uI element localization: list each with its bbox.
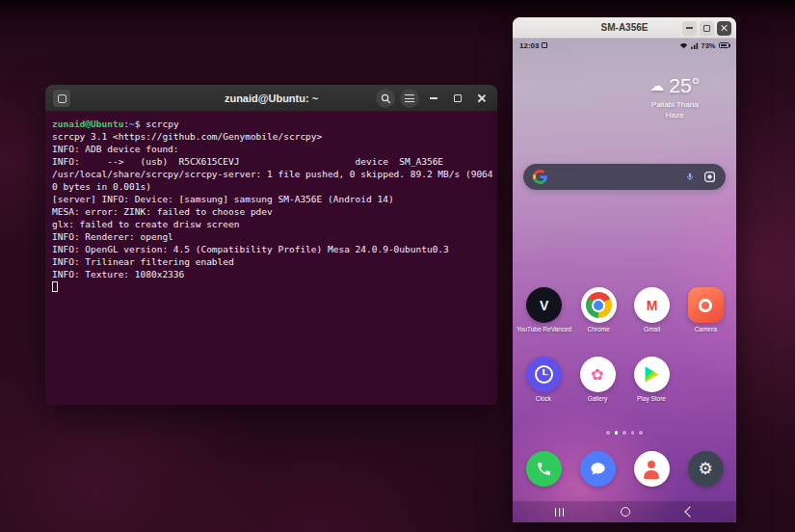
terminal-line: /usr/local/share/scrcpy/scrcpy-server: 1… xyxy=(52,168,490,180)
google-g-icon xyxy=(533,170,547,184)
clock-tile xyxy=(526,357,562,392)
terminal-line: 0 bytes in 0.001s) xyxy=(52,180,490,193)
terminal-cursor-line xyxy=(52,280,490,293)
contacts-icon xyxy=(642,460,661,479)
scrcpy-window-controls xyxy=(682,21,731,36)
close-button[interactable] xyxy=(472,89,491,108)
gmail-tile: M xyxy=(634,287,670,323)
app-label: Play Store xyxy=(637,395,666,402)
app-label: YouTube ReVanced xyxy=(517,326,571,332)
chrome-icon xyxy=(586,292,612,318)
app-label: Gmail xyxy=(644,326,660,332)
clock-icon xyxy=(535,365,553,384)
page-dot[interactable] xyxy=(615,431,619,435)
search-button[interactable] xyxy=(376,89,395,108)
page-dot[interactable] xyxy=(639,431,643,435)
gallery-icon: ✿ xyxy=(591,367,603,383)
scrcpy-window: SM-A356E 12:03 xyxy=(513,17,736,522)
youtube-revanced-icon: V xyxy=(540,298,548,313)
cloud-icon: ☁ xyxy=(649,78,664,93)
weather-temp-row: ☁ 25° xyxy=(613,75,736,95)
recents-button[interactable] xyxy=(555,508,564,517)
app-gallery[interactable]: ✿Gallery xyxy=(570,357,624,402)
terminal-line: INFO: OpenGL version: 4.5 (Compatibility… xyxy=(52,243,490,255)
app-label: Camera xyxy=(695,326,717,332)
contacts-tile xyxy=(634,451,670,487)
close-button[interactable] xyxy=(717,21,731,36)
minimize-button[interactable] xyxy=(682,21,697,36)
status-right: 73% xyxy=(679,41,729,50)
page-indicator xyxy=(513,431,736,435)
app-contacts[interactable] xyxy=(624,451,678,487)
youtube-revanced-tile: V xyxy=(526,287,562,323)
home-button[interactable] xyxy=(621,507,630,517)
app-chrome[interactable]: Chrome xyxy=(571,287,625,332)
prompt-user: zunaid@Ubuntu xyxy=(52,119,123,129)
status-left: 12:03 xyxy=(519,41,547,50)
app-label: Clock xyxy=(536,395,551,402)
messages-tile xyxy=(580,451,616,487)
phone-icon xyxy=(536,461,552,477)
app-gmail[interactable]: MGmail xyxy=(625,287,679,332)
menu-button[interactable] xyxy=(400,89,419,108)
terminal-line: [server] INFO: Device: [samsung] samsung… xyxy=(52,193,490,205)
page-dot[interactable] xyxy=(631,431,635,435)
terminal-line: scrcpy 3.1 <https://github.com/Genymobil… xyxy=(52,130,490,143)
gmail-icon: M xyxy=(647,298,658,313)
navigation-bar xyxy=(513,501,736,522)
prompt-command: scrcpy xyxy=(146,119,178,129)
app-youtube-revanced[interactable]: VYouTube ReVanced xyxy=(517,287,571,332)
app-messages[interactable] xyxy=(570,451,624,487)
maximize-button[interactable] xyxy=(448,89,467,108)
app-settings[interactable]: ⚙ xyxy=(678,451,732,487)
phone-tile xyxy=(526,451,562,487)
app-clock[interactable]: Clock xyxy=(517,357,570,402)
hamburger-icon xyxy=(405,94,414,102)
maximize-button[interactable] xyxy=(700,21,714,36)
desktop-background: zunaid@Ubuntu: ~ xyxy=(0,0,795,532)
app-label: Gallery xyxy=(588,395,608,402)
phone-screen[interactable]: 12:03 73% ☁ xyxy=(513,39,736,522)
battery-percent: 73% xyxy=(701,41,715,50)
terminal-titlebar[interactable]: zunaid@Ubuntu: ~ xyxy=(45,85,497,112)
app-camera[interactable]: Camera xyxy=(678,287,732,332)
battery-icon xyxy=(719,42,729,48)
prompt-dollar: $ xyxy=(135,119,146,129)
lens-icon[interactable] xyxy=(703,171,716,183)
app-play-store[interactable]: Play Store xyxy=(624,357,678,402)
terminal-line: INFO: Texture: 1080x2336 xyxy=(52,268,490,280)
mic-icon[interactable] xyxy=(685,171,695,183)
terminal-line: INFO: Renderer: opengl xyxy=(52,230,490,243)
terminal-line: INFO: ADB device found: xyxy=(52,143,490,155)
scrcpy-titlebar[interactable]: SM-A356E xyxy=(513,17,736,39)
new-tab-button[interactable] xyxy=(53,90,70,107)
play-store-tile xyxy=(634,357,670,392)
chrome-tile xyxy=(581,287,617,323)
google-search-bar[interactable] xyxy=(523,164,726,190)
phone-status-bar: 12:03 73% xyxy=(513,39,736,52)
terminal-line: INFO: Trilinear filtering enabled xyxy=(52,255,490,268)
page-dot[interactable] xyxy=(623,431,626,435)
app-phone[interactable] xyxy=(517,451,570,487)
terminal-line: INFO: --> (usb) R5CX615CEVJ device SM_A3… xyxy=(52,155,490,168)
settings-tile: ⚙ xyxy=(688,451,724,487)
maximize-icon xyxy=(454,94,462,102)
close-icon xyxy=(477,93,487,103)
dock: ⚙ xyxy=(517,451,732,487)
app-row-1: VYouTube ReVancedChromeMGmailCamera xyxy=(517,287,732,332)
notification-icon xyxy=(542,42,547,48)
close-icon xyxy=(721,24,729,32)
minimize-button[interactable] xyxy=(424,89,443,108)
minimize-icon xyxy=(430,97,437,99)
terminal-cursor xyxy=(52,281,58,292)
terminal-line: MESA: error: ZINK: failed to choose pdev xyxy=(52,205,490,218)
terminal-output[interactable]: zunaid@Ubuntu:~$ scrcpyscrcpy 3.1 <https… xyxy=(45,112,497,405)
camera-tile xyxy=(688,287,724,323)
page-dot[interactable] xyxy=(606,431,610,435)
weather-widget[interactable]: ☁ 25° Pallabi Thana Haze xyxy=(613,75,736,120)
new-tab-icon xyxy=(58,94,66,103)
terminal-window-controls xyxy=(376,89,491,108)
back-button[interactable] xyxy=(684,506,695,517)
signal-icon xyxy=(691,42,699,49)
maximize-icon xyxy=(703,25,710,32)
